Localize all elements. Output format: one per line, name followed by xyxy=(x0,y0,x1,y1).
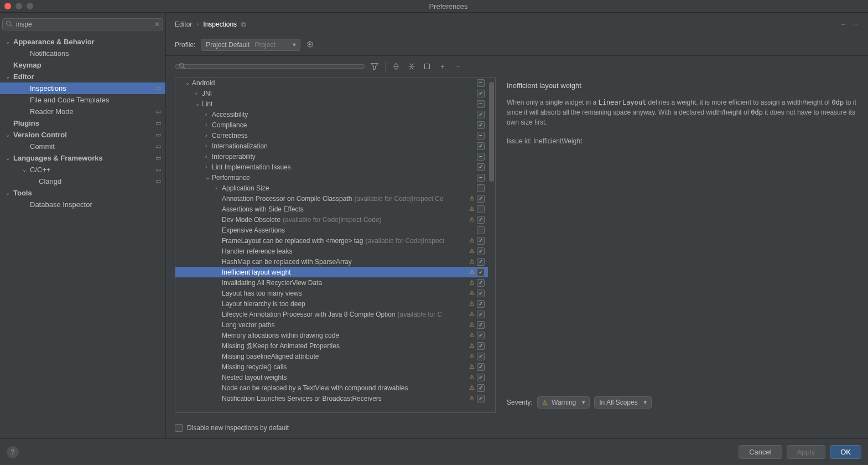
zoom-window-button[interactable] xyxy=(27,3,33,9)
inspection-checkbox[interactable] xyxy=(477,142,485,150)
add-icon[interactable]: ＋ xyxy=(436,60,449,73)
inspection-checkbox[interactable] xyxy=(477,121,485,129)
inspection-row[interactable]: Layout has too many views⚠ xyxy=(175,288,488,298)
inspection-checkbox[interactable] xyxy=(477,268,485,276)
inspection-row[interactable]: Memory allocations within drawing code⚠ xyxy=(175,330,488,340)
inspection-search[interactable] xyxy=(175,64,365,69)
inspection-row[interactable]: ›Interoperability xyxy=(175,151,488,162)
inspection-row[interactable]: HashMap can be replaced with SparseArray… xyxy=(175,256,488,267)
scrollbar-thumb[interactable] xyxy=(489,82,494,182)
inspection-checkbox[interactable] xyxy=(477,195,485,203)
sidebar-search-input[interactable] xyxy=(2,18,163,30)
sidebar-item-tools[interactable]: ⌄Tools xyxy=(0,187,165,199)
minimize-window-button[interactable] xyxy=(15,3,22,9)
filter-icon[interactable] xyxy=(368,60,381,73)
inspection-checkbox[interactable] xyxy=(477,205,485,213)
inspection-checkbox[interactable] xyxy=(477,395,485,402)
collapse-all-icon[interactable] xyxy=(406,60,418,73)
inspection-list[interactable]: ⌄Android›JNI⌄Lint›Accessibility›Complian… xyxy=(175,78,488,412)
inspection-checkbox[interactable] xyxy=(477,332,485,339)
inspection-checkbox[interactable] xyxy=(477,226,485,234)
inspection-row[interactable]: ›Compliance xyxy=(175,120,488,130)
inspection-checkbox[interactable] xyxy=(477,311,485,318)
inspection-row[interactable]: ›Internationalization xyxy=(175,141,488,151)
inspection-checkbox[interactable] xyxy=(477,111,485,118)
inspection-row[interactable]: Inefficient layout weight⚠ xyxy=(175,267,488,277)
clear-search-icon[interactable]: ✕ xyxy=(154,20,160,28)
inspection-checkbox[interactable] xyxy=(477,363,485,371)
inspection-row[interactable]: Lifecycle Annotation Processor with Java… xyxy=(175,309,488,319)
sidebar-item-version-control[interactable]: ⌄Version Control▭ xyxy=(0,129,165,141)
inspection-checkbox[interactable] xyxy=(477,342,485,350)
inspection-checkbox[interactable] xyxy=(477,153,485,161)
inspection-row[interactable]: Long vector paths⚠ xyxy=(175,319,488,330)
inspection-row[interactable]: Layout hierarchy is too deep⚠ xyxy=(175,298,488,309)
inspection-checkbox[interactable] xyxy=(477,100,485,108)
ok-button[interactable]: OK xyxy=(830,445,861,459)
sidebar-item-appearance-behavior[interactable]: ⌄Appearance & Behavior xyxy=(0,36,165,48)
inspection-checkbox[interactable] xyxy=(477,174,485,182)
inspection-checkbox[interactable] xyxy=(477,184,485,192)
inspection-row[interactable]: ⌄Performance xyxy=(175,172,488,183)
inspection-checkbox[interactable] xyxy=(477,279,485,287)
inspection-row[interactable]: Missing recycle() calls⚠ xyxy=(175,361,488,372)
inspection-row[interactable]: Invalidating All RecyclerView Data⚠ xyxy=(175,277,488,288)
back-arrow-icon[interactable]: ← xyxy=(840,20,847,28)
reset-defaults-icon[interactable] xyxy=(421,60,433,73)
sidebar-item-commit[interactable]: Commit▭ xyxy=(0,141,165,152)
severity-combo[interactable]: ⚠ Warning ▼ xyxy=(537,396,590,409)
inspection-row[interactable]: ⌄Android xyxy=(175,78,488,88)
help-button[interactable]: ? xyxy=(7,446,19,458)
sidebar-item-editor[interactable]: ⌄Editor xyxy=(0,71,165,82)
remove-icon[interactable]: − xyxy=(452,60,464,73)
inspection-row[interactable]: Dev Mode Obsolete(available for Code|Ins… xyxy=(175,214,488,225)
disable-new-inspections[interactable]: Disable new inspections by default xyxy=(175,424,859,432)
inspection-row[interactable]: Handler reference leaks⚠ xyxy=(175,246,488,256)
apply-button[interactable]: Apply xyxy=(787,445,826,459)
sidebar-item-keymap[interactable]: Keymap xyxy=(0,59,165,71)
sidebar-item-inspections[interactable]: Inspections▭ xyxy=(0,82,165,94)
close-window-button[interactable] xyxy=(4,3,11,9)
inspection-checkbox[interactable] xyxy=(477,321,485,329)
inspection-checkbox[interactable] xyxy=(477,247,485,255)
inspection-checkbox[interactable] xyxy=(477,374,485,381)
expand-all-icon[interactable] xyxy=(390,60,402,73)
inspection-checkbox[interactable] xyxy=(477,384,485,392)
inspection-row[interactable]: ›Accessibility xyxy=(175,109,488,120)
inspection-checkbox[interactable] xyxy=(477,258,485,266)
gear-icon[interactable] xyxy=(306,40,314,50)
inspection-row[interactable]: Node can be replaced by a TextView with … xyxy=(175,383,488,393)
profile-combo[interactable]: Project Default Project ▼ xyxy=(201,39,300,51)
inspection-row[interactable]: Assertions with Side Effects⚠ xyxy=(175,204,488,214)
inspection-row[interactable]: ›JNI xyxy=(175,88,488,99)
inspection-checkbox[interactable] xyxy=(477,132,485,140)
sidebar-item-file-and-code-templates[interactable]: File and Code Templates xyxy=(0,94,165,106)
inspection-row[interactable]: Annotation Processor on Compile Classpat… xyxy=(175,193,488,204)
sidebar-item-notifications[interactable]: Notifications xyxy=(0,48,165,59)
sidebar-item-clangd[interactable]: Clangd▭ xyxy=(0,175,165,187)
scope-combo[interactable]: In All Scopes ▼ xyxy=(594,396,651,409)
inspection-row[interactable]: Nested layout weights⚠ xyxy=(175,372,488,383)
inspection-checkbox[interactable] xyxy=(477,290,485,297)
inspection-checkbox[interactable] xyxy=(477,300,485,308)
sidebar-item-database-inspector[interactable]: Database Inspector xyxy=(0,199,165,210)
scrollbar[interactable] xyxy=(488,78,495,412)
inspection-row[interactable]: Notification Launches Services or Broadc… xyxy=(175,393,488,404)
sidebar-item-reader-mode[interactable]: Reader Mode▭ xyxy=(0,106,165,117)
inspection-row[interactable]: FrameLayout can be replaced with <merge>… xyxy=(175,235,488,246)
inspection-row[interactable]: Missing baselineAligned attribute⚠ xyxy=(175,351,488,361)
inspection-row[interactable]: ›Correctness xyxy=(175,130,488,141)
inspection-row[interactable]: ›Application Size xyxy=(175,183,488,193)
inspection-checkbox[interactable] xyxy=(477,353,485,360)
sidebar-item-plugins[interactable]: Plugins▭ xyxy=(0,117,165,129)
inspection-row[interactable]: Expensive Assertions xyxy=(175,225,488,235)
cancel-button[interactable]: Cancel xyxy=(739,445,782,459)
forward-arrow-icon[interactable]: → xyxy=(853,20,859,28)
reset-icon[interactable]: ⧉ xyxy=(241,20,246,28)
inspection-checkbox[interactable] xyxy=(477,90,485,97)
sidebar-item-c-c-[interactable]: ⌄C/C++▭ xyxy=(0,164,165,175)
sidebar-item-languages-frameworks[interactable]: ⌄Languages & Frameworks▭ xyxy=(0,152,165,164)
inspection-row[interactable]: ›Lint Implementation Issues xyxy=(175,162,488,172)
inspection-checkbox[interactable] xyxy=(477,79,485,87)
inspection-row[interactable]: Missing @Keep for Animated Properties⚠ xyxy=(175,340,488,351)
